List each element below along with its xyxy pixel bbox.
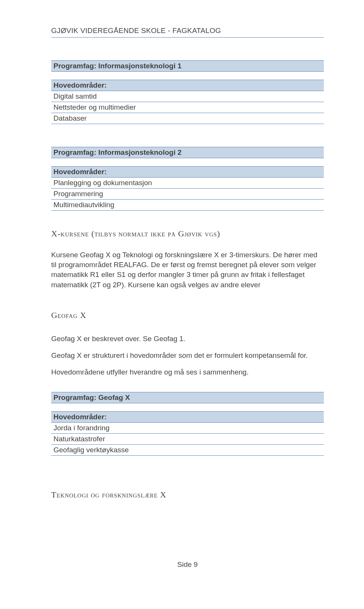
section-heading-xkursene: X-kursene (tilbys normalt ikke på Gjøvik… bbox=[51, 229, 324, 239]
hovedomrader-label: Hovedområder: bbox=[51, 166, 324, 178]
row: Nettsteder og multimedier bbox=[51, 102, 324, 113]
row: Databaser bbox=[51, 113, 324, 124]
section-heading-geofag: Geofag X bbox=[51, 310, 324, 320]
programfag-title: Programfag: Geofag X bbox=[51, 392, 324, 403]
row: Digital samtid bbox=[51, 91, 324, 102]
row: Geofaglig verktøykasse bbox=[51, 445, 324, 456]
programfag-title: Programfag: Informasjonsteknologi 1 bbox=[51, 60, 324, 72]
body-paragraph: Geofag X er strukturert i hovedområder s… bbox=[51, 351, 324, 360]
body-paragraph: Kursene Geofag X og Teknologi og forskni… bbox=[51, 250, 324, 290]
row: Multimediautvikling bbox=[51, 200, 324, 211]
hovedomrader-label: Hovedområder: bbox=[51, 80, 324, 91]
row: Planlegging og dokumentasjon bbox=[51, 178, 324, 189]
row: Programmering bbox=[51, 189, 324, 200]
row: Jorda i forandring bbox=[51, 423, 324, 434]
page-header: GJØVIK VIDEREGÅENDE SKOLE - FAGKATALOG bbox=[51, 27, 324, 38]
row: Naturkatastrofer bbox=[51, 434, 324, 445]
page-footer: Side 9 bbox=[51, 560, 324, 569]
programfag-title: Programfag: Informasjonsteknologi 2 bbox=[51, 147, 324, 158]
body-paragraph: Geofag X er beskrevet over. Se Geofag 1. bbox=[51, 334, 324, 344]
hovedomrader-label: Hovedområder: bbox=[51, 411, 324, 423]
body-paragraph: Hovedområdene utfyller hverandre og må s… bbox=[51, 367, 324, 377]
section-heading-teknologi: Teknologi og forskningslære X bbox=[51, 490, 324, 500]
